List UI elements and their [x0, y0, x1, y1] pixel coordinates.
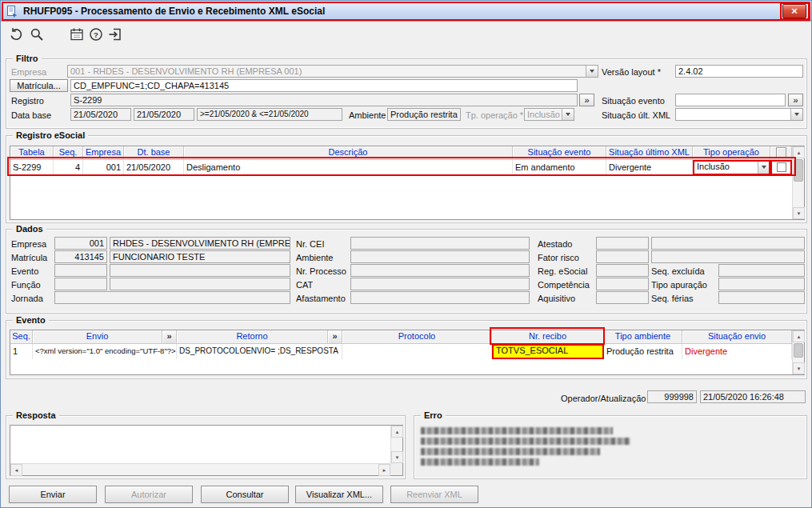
- nr-cei-field[interactable]: [350, 237, 530, 250]
- col-header-select[interactable]: [770, 146, 792, 160]
- cell-seq[interactable]: 4: [54, 160, 83, 175]
- cell-select[interactable]: [770, 160, 792, 175]
- chevron-down-icon[interactable]: [790, 109, 802, 120]
- cell-retorno[interactable]: DS_PROTOCOLOENVIO= ;DS_RESPOSTA: [177, 344, 342, 359]
- select-all-box[interactable]: [776, 147, 786, 158]
- reg-esocial-field[interactable]: [596, 264, 649, 277]
- situacao-evento-field[interactable]: [675, 94, 786, 106]
- col-header-nr-recibo[interactable]: Nr. recibo: [492, 330, 604, 344]
- dados-ambiente-field[interactable]: [350, 250, 530, 263]
- row-checkbox[interactable]: [777, 162, 786, 172]
- dados-matricula-codigo-field[interactable]: 413145: [54, 250, 107, 263]
- cell-protocolo[interactable]: [342, 344, 492, 359]
- exit-icon[interactable]: [106, 26, 124, 43]
- search-icon[interactable]: [28, 26, 46, 43]
- cell-empresa[interactable]: 001: [83, 160, 124, 175]
- aquisitivo-field[interactable]: [596, 291, 649, 304]
- chevron-down-icon[interactable]: [586, 66, 598, 77]
- scroll-up-button[interactable]: ▲: [793, 146, 805, 158]
- col-header-tabela[interactable]: Tabela: [10, 146, 54, 160]
- dados-empresa-codigo-field[interactable]: 001: [54, 237, 107, 250]
- col-header-dt-base[interactable]: Dt. base: [124, 146, 184, 160]
- col-header-descricao[interactable]: Descrição: [184, 146, 513, 160]
- cell-tipo-ambiente[interactable]: Produção restrita: [604, 344, 682, 359]
- col-header-situacao-ultimo-xml[interactable]: Situação último XML: [606, 146, 693, 160]
- cell-situacao-envio[interactable]: Divergente: [682, 344, 792, 359]
- scroll-left-button[interactable]: ◄: [10, 464, 22, 476]
- evento-grid-vscrollbar[interactable]: ▲ ▼: [792, 330, 804, 374]
- cell-situacao-evento[interactable]: Em andamento: [513, 160, 606, 175]
- data-base-to-field[interactable]: 21/05/2020: [134, 108, 194, 121]
- seq-ferias-field[interactable]: [718, 291, 805, 304]
- dados-empresa-nome-field[interactable]: RHDES - DESENVOLVIMENTO RH (EMPRESA 001): [110, 237, 290, 250]
- cell-situacao-ultimo-xml[interactable]: Divergente: [606, 160, 693, 175]
- fator-risco-field[interactable]: [596, 250, 649, 263]
- funcao-nome-field[interactable]: [110, 278, 290, 290]
- operador-codigo-field[interactable]: 999998: [647, 390, 697, 403]
- scroll-up-button[interactable]: ▲: [793, 330, 805, 342]
- nr-processo-field[interactable]: [350, 264, 530, 277]
- tp-operacao-combo[interactable]: Inclusão: [524, 108, 574, 121]
- scroll-down-button[interactable]: ▼: [391, 451, 403, 463]
- tipo-apuracao-field[interactable]: [718, 278, 805, 290]
- consultar-button[interactable]: Consultar: [201, 486, 289, 503]
- col-header-tipo-operacao[interactable]: Tipo operação: [693, 146, 770, 160]
- empresa-combo[interactable]: 001 - RHDES - DESENVOLVIMENTO RH (EMPRES…: [67, 65, 598, 78]
- situacao-evento-expand-button[interactable]: »: [788, 94, 803, 106]
- close-button[interactable]: ×: [782, 4, 806, 18]
- col-header-empresa[interactable]: Empresa: [83, 146, 124, 160]
- chevron-down-icon[interactable]: [758, 162, 769, 174]
- data-base-from-field[interactable]: 21/05/2020: [70, 108, 131, 121]
- dados-matricula-nome-field[interactable]: FUNCIONARIO TESTE: [110, 250, 290, 263]
- matricula-button[interactable]: Matrícula...: [10, 79, 68, 92]
- registro-row[interactable]: S-2299 4 001 21/05/2020 Desligamento Em …: [10, 160, 804, 175]
- situacao-ult-xml-combo[interactable]: [675, 108, 803, 121]
- scroll-up-button[interactable]: ▲: [391, 426, 403, 438]
- cell-dt-base[interactable]: 21/05/2020: [124, 160, 184, 175]
- enviar-button[interactable]: Enviar: [9, 486, 97, 503]
- cell-ev-seq[interactable]: 1: [10, 344, 33, 359]
- resposta-hscrollbar[interactable]: ◄ ►: [10, 463, 390, 475]
- visualizar-xml-button[interactable]: Visualizar XML...: [295, 486, 383, 503]
- scroll-thumb[interactable]: [794, 159, 803, 182]
- competencia-field[interactable]: [596, 278, 649, 290]
- evento-nome-field[interactable]: [110, 264, 290, 277]
- atestado-extra-field[interactable]: [651, 237, 805, 250]
- registro-expand-button[interactable]: »: [579, 94, 594, 106]
- cell-tabela[interactable]: S-2299: [10, 160, 54, 175]
- evento-row[interactable]: 1 <?xml version="1.0" encoding="UTF-8"?>…: [10, 344, 804, 359]
- atestado-field[interactable]: [596, 237, 649, 250]
- col-header-situacao-envio[interactable]: Situação envio: [682, 330, 792, 344]
- cat-field[interactable]: [350, 278, 530, 290]
- afastamento-field[interactable]: [350, 291, 530, 304]
- scroll-right-button[interactable]: ►: [378, 464, 390, 476]
- evento-codigo-field[interactable]: [54, 264, 107, 277]
- registro-field[interactable]: S-2299: [70, 94, 578, 106]
- resposta-textarea[interactable]: ▲ ▼ ◄ ►: [10, 425, 403, 476]
- registro-grid-vscrollbar[interactable]: ▲ ▼: [792, 146, 804, 219]
- autorizar-button[interactable]: Autorizar: [105, 486, 193, 503]
- col-header-situacao-evento[interactable]: Situação evento: [513, 146, 606, 160]
- retorno-expand-button[interactable]: »: [328, 330, 342, 344]
- resposta-vscrollbar[interactable]: ▲ ▼: [390, 426, 402, 463]
- col-header-ev-seq[interactable]: Seq.: [10, 330, 33, 344]
- help-icon[interactable]: ?: [87, 26, 105, 43]
- refresh-icon[interactable]: [7, 26, 25, 43]
- col-header-seq[interactable]: Seq.: [54, 146, 83, 160]
- col-header-retorno[interactable]: Retorno: [177, 330, 328, 344]
- cell-descricao[interactable]: Desligamento: [184, 160, 513, 175]
- col-header-envio[interactable]: Envio: [33, 330, 162, 344]
- data-base-expression-field[interactable]: >=21/05/2020 & <=21/05/2020: [197, 108, 342, 121]
- reenviar-xml-button[interactable]: Reenviar XML: [390, 486, 478, 503]
- jornada-field[interactable]: [54, 291, 290, 304]
- cell-tipo-operacao[interactable]: Inclusão: [693, 160, 770, 175]
- col-header-protocolo[interactable]: Protocolo: [342, 330, 492, 344]
- scroll-thumb[interactable]: [794, 343, 803, 358]
- cell-envio[interactable]: <?xml version="1.0" encoding="UTF-8"?>: [33, 344, 177, 359]
- fator-risco-extra-field[interactable]: [651, 250, 805, 263]
- col-header-tipo-ambiente[interactable]: Tipo ambiente: [604, 330, 682, 344]
- seq-excluida-field[interactable]: [718, 264, 805, 277]
- ambiente-field[interactable]: Produção restrita: [387, 108, 461, 121]
- operador-data-field[interactable]: 21/05/2020 16:26:48: [700, 390, 806, 403]
- matricula-field[interactable]: CD_EMPFUNC=1;CD_CHAPA=413145: [70, 79, 578, 92]
